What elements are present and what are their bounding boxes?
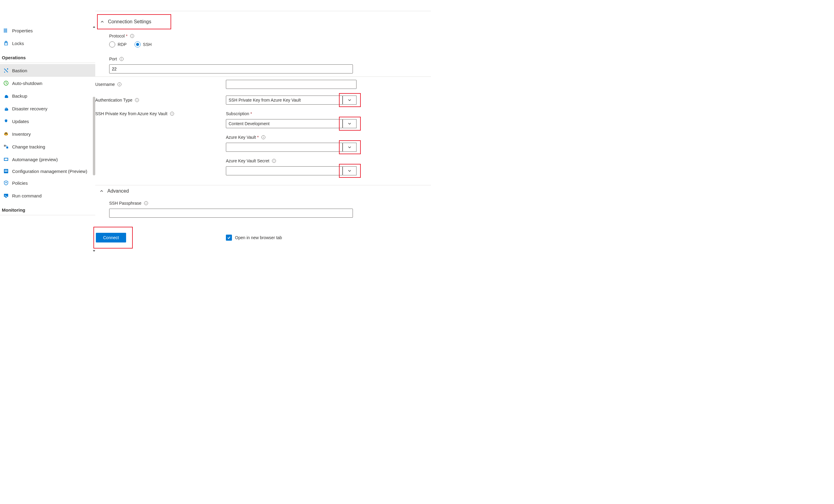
connection-settings-toggle[interactable]: Connection Settings: [98, 15, 154, 29]
sidebar-section-operations: Operations: [0, 49, 95, 63]
advanced-title: Advanced: [107, 188, 129, 194]
advanced-toggle[interactable]: Advanced: [100, 188, 129, 194]
clock-icon: [3, 80, 9, 86]
sidebar-item-inventory[interactable]: Inventory: [0, 128, 95, 140]
radio-label: SSH: [143, 42, 152, 47]
svg-rect-11: [4, 158, 7, 160]
svg-point-15: [5, 182, 7, 183]
svg-rect-14: [4, 171, 7, 172]
chevron-up-icon: [100, 20, 104, 24]
sidebar-item-updates[interactable]: Updates: [0, 115, 95, 128]
sidebar-item-backup[interactable]: Backup: [0, 89, 95, 102]
main-content: Connection Settings Protocol * i RDP: [95, 0, 438, 255]
subscription-dropdown-button[interactable]: [343, 119, 356, 128]
gear-icon: [3, 118, 9, 124]
svg-text:i: i: [119, 83, 120, 86]
sidebar-item-changetracking[interactable]: Change tracking: [0, 140, 95, 153]
subscription-label: Subscription *: [226, 111, 252, 116]
info-icon[interactable]: i: [117, 82, 122, 86]
chevron-down-icon: [348, 169, 352, 173]
akv-secret-select[interactable]: [226, 166, 343, 175]
sidebar-item-label: Configuration management (Preview): [12, 169, 87, 174]
divider: [95, 185, 431, 185]
akv-dropdown-button[interactable]: [343, 143, 356, 152]
akv-secret-dropdown-button[interactable]: [343, 166, 356, 175]
sidebar-item-bastion[interactable]: Bastion: [0, 64, 95, 77]
info-icon[interactable]: i: [119, 57, 124, 61]
sidebar-item-label: Run command: [12, 193, 42, 198]
username-input[interactable]: [226, 80, 356, 89]
checkbox-label: Open in new browser tab: [235, 235, 282, 240]
chevron-down-icon: [348, 145, 352, 149]
svg-text:i: i: [146, 202, 146, 205]
disaster-recovery-icon: [3, 106, 9, 112]
connect-button[interactable]: Connect: [96, 233, 126, 242]
open-new-tab-checkbox[interactable]: Open in new browser tab: [226, 235, 282, 241]
svg-rect-17: [5, 197, 7, 198]
svg-text:i: i: [137, 98, 137, 102]
info-icon[interactable]: i: [272, 159, 276, 163]
divider: [95, 76, 431, 77]
sidebar-item-autoshutdown[interactable]: Auto-shutdown: [0, 77, 95, 89]
protocol-rdp-radio[interactable]: RDP: [109, 41, 127, 47]
auth-type-select[interactable]: SSH Private Key from Azure Key Vault: [226, 95, 343, 105]
chevron-down-icon: [348, 122, 352, 126]
change-tracking-icon: [3, 144, 9, 150]
sidebar-item-locks[interactable]: Locks: [0, 37, 95, 49]
auth-type-dropdown-button[interactable]: [343, 95, 356, 105]
sidebar-item-label: Disaster recovery: [12, 106, 47, 111]
required-marker: *: [250, 111, 252, 116]
ssh-passphrase-label: SSH Passphrase i: [109, 201, 148, 205]
checkbox-icon: [226, 235, 232, 241]
protocol-ssh-radio[interactable]: SSH: [135, 41, 152, 47]
svg-rect-13: [4, 170, 7, 171]
run-command-icon: [3, 193, 9, 199]
svg-text:i: i: [121, 58, 122, 61]
info-icon[interactable]: i: [261, 135, 265, 139]
sidebar-item-label: Auto-shutdown: [12, 81, 42, 86]
sidebar-item-policies[interactable]: Policies: [0, 177, 95, 189]
chevron-up-icon: [100, 189, 104, 193]
highlight-connection-settings: Connection Settings: [97, 14, 171, 29]
svg-rect-4: [6, 28, 7, 32]
info-icon[interactable]: i: [130, 34, 134, 38]
required-marker: *: [126, 34, 127, 38]
subscription-select[interactable]: Content Development: [226, 119, 343, 128]
protocol-label: Protocol * i: [109, 34, 134, 38]
port-label: Port i: [109, 57, 124, 61]
svg-rect-2: [4, 28, 4, 32]
port-input[interactable]: [109, 64, 353, 73]
info-icon[interactable]: i: [135, 98, 139, 102]
backup-icon: [3, 93, 9, 99]
sidebar-item-config[interactable]: Configuration management (Preview): [0, 166, 95, 177]
keyvault-section-label: SSH Private Key from Azure Key Vault i: [95, 111, 174, 116]
svg-rect-8: [4, 145, 6, 147]
bastion-icon: [3, 67, 9, 73]
sidebar: Properties Locks Operations Bastion Aut: [0, 0, 95, 255]
sidebar-item-dr[interactable]: Disaster recovery: [0, 102, 95, 115]
sidebar-item-label: Properties: [12, 28, 32, 33]
info-icon[interactable]: i: [170, 112, 174, 116]
sidebar-item-runcmd[interactable]: Run command: [0, 189, 95, 202]
sidebar-item-label: Change tracking: [12, 144, 45, 149]
lock-icon: [3, 40, 9, 46]
sidebar-item-properties[interactable]: Properties: [0, 24, 95, 37]
svg-rect-3: [5, 28, 6, 32]
info-icon[interactable]: i: [144, 201, 148, 205]
svg-marker-1: [93, 250, 95, 252]
akv-select[interactable]: [226, 143, 343, 152]
sidebar-item-label: Automanage (preview): [12, 157, 58, 162]
ssh-passphrase-input[interactable]: [109, 209, 353, 218]
svg-text:i: i: [263, 136, 264, 139]
sidebar-item-label: Bastion: [12, 68, 27, 73]
sidebar-item-label: Policies: [12, 180, 28, 185]
akv-secret-label: Azure Key Vault Secret i: [226, 158, 276, 163]
sidebar-item-label: Inventory: [12, 132, 31, 137]
akv-label: Azure Key Vault * i: [226, 135, 265, 140]
svg-text:i: i: [172, 112, 172, 115]
divider: [95, 11, 431, 11]
sidebar-item-label: Updates: [12, 119, 29, 124]
radio-label: RDP: [118, 42, 127, 47]
svg-text:i: i: [132, 35, 132, 38]
sidebar-item-automanage[interactable]: Automanage (preview): [0, 153, 95, 166]
